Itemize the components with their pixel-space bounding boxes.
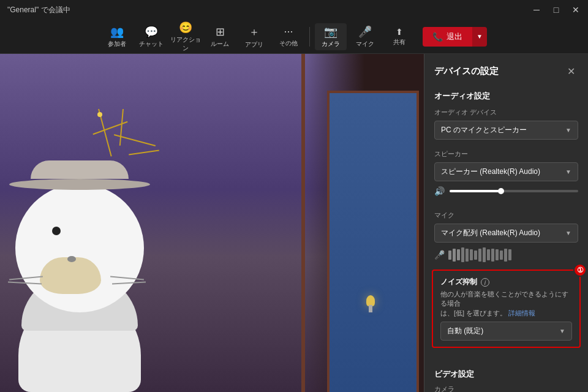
chat-icon: 💬 (145, 25, 158, 39)
settings-close-button[interactable]: ✕ (564, 64, 578, 78)
toolbar-participants[interactable]: 👥 参加者 (101, 23, 133, 50)
video-section-title: ビデオ設定 (424, 363, 588, 383)
settings-panel: デバイスの設定 ✕ オーディオ設定 オーディオ デバイス PC のマイクとスピー… (424, 54, 588, 392)
mic-bar-8 (483, 247, 486, 262)
bulb-base (369, 305, 372, 312)
window-controls: ─ □ ✕ (532, 5, 581, 15)
noise-dropdown[interactable]: 自動 (既定) ▼ (440, 322, 572, 341)
volume-fill (450, 190, 501, 192)
mic-label-text: マイク (424, 208, 588, 221)
whisker-r2 (112, 282, 146, 285)
mic-bar-11 (496, 249, 499, 260)
mic-level-bars (448, 247, 511, 262)
mic-bar-9 (487, 249, 490, 260)
mic-bar-12 (500, 251, 503, 260)
restore-button[interactable]: □ (551, 5, 561, 15)
noise-desc: 他の人が音楽を聴くことができるようにする場合 は、[低] を選びます。 詳細情報 (440, 290, 572, 318)
noise-suppression-section: ノイズ抑制 i ① 他の人が音楽を聴くことができるようにする場合 は、[低] を… (432, 270, 581, 348)
toolbar-mic[interactable]: 🎤 マイク (349, 23, 381, 50)
audio-device-arrow-icon: ▼ (565, 127, 571, 134)
end-call-label: 退出 (447, 31, 462, 42)
toolbar-apps[interactable]: ＋ アプリ (238, 23, 270, 50)
mic-label: マイク (356, 40, 374, 48)
whisker-l1 (9, 276, 43, 281)
main-content: デバイスの設定 ✕ オーディオ設定 オーディオ デバイス PC のマイクとスピー… (0, 54, 588, 392)
avatar-nose (67, 256, 76, 262)
toolbar-share[interactable]: ⬆ 共有 (383, 23, 415, 50)
end-call-button[interactable]: 📞 退出 (423, 27, 472, 47)
mic-dropdown[interactable]: マイク配列 (Realtek(R) Audio) ▼ (434, 224, 578, 243)
audio-device-label: オーディオ デバイス (424, 105, 588, 118)
apps-icon: ＋ (249, 24, 260, 39)
mic-bar-2 (457, 249, 460, 260)
toolbar-room[interactable]: ⊞ ルーム (204, 23, 236, 50)
avatar-head (15, 184, 144, 312)
volume-thumb (498, 188, 504, 194)
mic-bar-4 (466, 249, 469, 262)
noise-title: ノイズ抑制 (440, 277, 477, 287)
avatar-eye (52, 227, 61, 235)
room-label: ルーム (211, 40, 229, 48)
noise-detail-link[interactable]: 詳細情報 (508, 309, 535, 317)
avatar-hat-top (31, 160, 129, 179)
mic-icon: 🎤 (358, 25, 372, 39)
noise-section-header: ノイズ抑制 i (440, 277, 572, 287)
apps-label: アプリ (245, 40, 263, 49)
mic-value: マイク配列 (Realtek(R) Audio) (441, 228, 540, 238)
window-title: "General" で会議中 (7, 5, 70, 15)
toolbar: 👥 参加者 💬 チャット 😊 リアクション ⊞ ルーム ＋ アプリ ··· その… (0, 20, 588, 54)
close-button[interactable]: ✕ (571, 5, 581, 15)
video-area (0, 54, 424, 392)
mic-bar-5 (470, 249, 473, 260)
settings-header: デバイスの設定 ✕ (424, 54, 588, 86)
mic-bar-13 (504, 249, 507, 262)
more-label: その他 (279, 39, 298, 48)
mic-level-icon: 🎤 (434, 250, 445, 260)
toolbar-divider (309, 27, 310, 47)
door-window (327, 91, 419, 392)
more-icon: ··· (284, 25, 293, 38)
reactions-icon: 😊 (179, 21, 192, 34)
camera-label-text: カメラ (424, 383, 588, 392)
mic-bar-0 (448, 251, 451, 260)
toolbar-more[interactable]: ··· その他 (273, 23, 304, 50)
speaker-arrow-icon: ▼ (565, 168, 571, 175)
volume-slider[interactable] (450, 190, 578, 192)
noise-info-icon[interactable]: i (481, 278, 489, 287)
reactions-label: リアクション (170, 36, 202, 53)
mic-bar-7 (478, 249, 481, 262)
whisker-r1 (110, 276, 144, 281)
participants-icon: 👥 (110, 25, 124, 39)
whisker-l2 (8, 282, 42, 285)
noise-badge: ① (573, 263, 587, 277)
toolbar-chat[interactable]: 💬 チャット (135, 23, 167, 50)
share-label: 共有 (393, 38, 405, 47)
audio-section-title: オーディオ設定 (424, 86, 588, 105)
volume-icon: 🔊 (434, 186, 445, 196)
camera-icon: 📷 (324, 25, 337, 39)
chevron-down-icon: ▼ (477, 33, 483, 40)
minimize-button[interactable]: ─ (532, 5, 541, 15)
audio-device-value: PC のマイクとスピーカー (441, 125, 527, 135)
title-bar: "General" で会議中 ─ □ ✕ (0, 0, 588, 20)
speaker-label: スピーカー (424, 147, 588, 160)
speaker-value: スピーカー (Realtek(R) Audio) (441, 167, 540, 177)
mic-bar-3 (461, 247, 464, 262)
phone-icon: 📞 (432, 32, 443, 42)
end-call-group: 📞 退出 ▼ (423, 27, 487, 47)
camera-label: カメラ (322, 40, 340, 48)
mic-bar-1 (453, 249, 456, 262)
speaker-dropdown[interactable]: スピーカー (Realtek(R) Audio) ▼ (434, 162, 578, 181)
audio-device-dropdown[interactable]: PC のマイクとスピーカー ▼ (434, 121, 578, 140)
avatar-snout (40, 257, 101, 294)
mic-level-row: 🎤 (424, 245, 588, 265)
toolbar-reactions[interactable]: 😊 リアクション (170, 23, 202, 50)
avatar-container (6, 116, 178, 392)
end-call-dropdown-button[interactable]: ▼ (472, 27, 487, 47)
toolbar-camera[interactable]: 📷 カメラ (315, 23, 347, 50)
mic-bar-6 (474, 251, 477, 260)
settings-title: デバイスの設定 (434, 66, 499, 77)
mic-bar-14 (508, 249, 511, 260)
noise-value: 自動 (既定) (447, 326, 483, 336)
mic-bar-10 (491, 249, 494, 262)
